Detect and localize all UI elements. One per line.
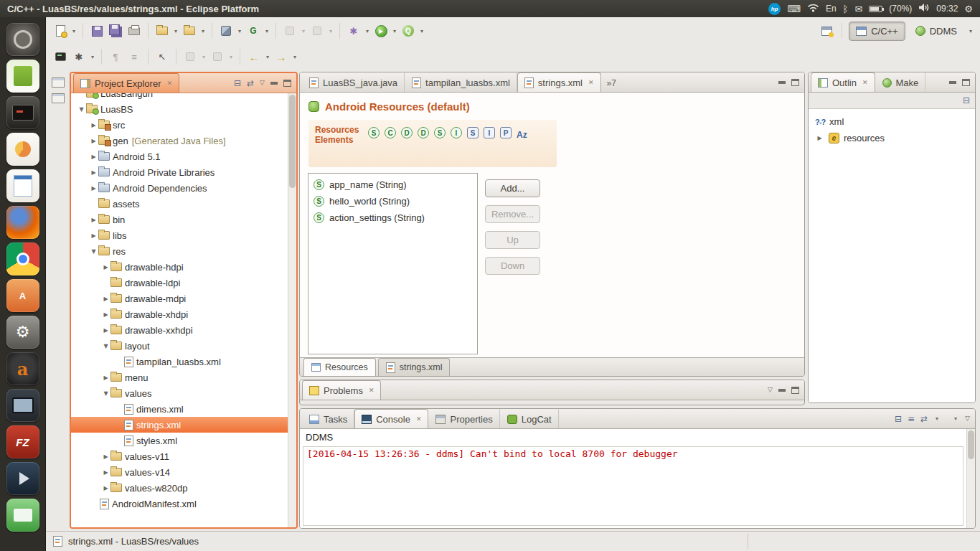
- scrollbar-thumb[interactable]: [968, 430, 974, 459]
- maximize-icon[interactable]: [791, 79, 799, 86]
- minimized-view-icon[interactable]: [52, 93, 65, 103]
- expand-arrow[interactable]: ▶: [89, 138, 98, 144]
- tree-item[interactable]: ▶gen[Generated Java Files]: [71, 133, 288, 149]
- tree-item[interactable]: ▶menu: [71, 369, 288, 385]
- add-button[interactable]: Add...: [485, 179, 540, 197]
- close-project-explorer-icon[interactable]: ✕: [166, 80, 172, 87]
- string-type-icon[interactable]: S: [368, 127, 380, 138]
- tree-item[interactable]: ▶Android Private Libraries: [71, 164, 288, 180]
- generate-button[interactable]: G: [245, 22, 262, 39]
- previous-annotation-dropdown[interactable]: ▾: [200, 54, 207, 60]
- tab-outline[interactable]: Outlin ✕: [811, 72, 875, 92]
- tree-item[interactable]: styles.xml: [71, 433, 288, 448]
- build-dropdown[interactable]: ▾: [236, 28, 243, 34]
- open-console-dropdown[interactable]: ▾: [952, 415, 959, 422]
- perspective-cpp-button[interactable]: C/C++: [849, 22, 905, 41]
- launcher-firefox[interactable]: [6, 206, 39, 239]
- tab-tampilan-luasbs[interactable]: tampilan_luasbs.xml: [405, 72, 517, 92]
- session-menu-icon[interactable]: ⚙: [964, 4, 973, 14]
- tree-item[interactable]: ▼res: [71, 243, 288, 259]
- show-whitespace-button[interactable]: ¶: [107, 48, 124, 65]
- list-item[interactable]: Shello_world (String): [308, 193, 477, 209]
- external-tools-dropdown[interactable]: ▾: [364, 28, 371, 34]
- tree-item[interactable]: dimens.xml: [71, 401, 288, 417]
- tree-item[interactable]: ▶src: [71, 117, 288, 133]
- save-button[interactable]: [88, 22, 105, 39]
- expand-arrow[interactable]: ▼: [101, 343, 110, 349]
- display-selected-console-icon[interactable]: ⇄: [920, 415, 928, 423]
- tab-resources-page[interactable]: Resources: [303, 358, 376, 376]
- expand-arrow[interactable]: ▶: [89, 217, 98, 223]
- expand-arrow[interactable]: ▶: [101, 453, 110, 460]
- launcher-chromium[interactable]: [6, 242, 39, 276]
- list-item[interactable]: Sapp_name (String): [308, 176, 477, 193]
- tree-item[interactable]: ▼LuasBS: [71, 101, 288, 117]
- run-button[interactable]: ▶: [372, 22, 390, 39]
- close-outline-icon[interactable]: ✕: [862, 79, 868, 86]
- expand-arrow[interactable]: ▶: [101, 375, 110, 381]
- console-scrollbar[interactable]: [966, 429, 975, 528]
- tab-logcat[interactable]: LogCat: [500, 409, 559, 428]
- new-c-project-dropdown[interactable]: ▾: [172, 28, 179, 34]
- tab-tasks[interactable]: Tasks: [302, 409, 354, 428]
- volume-icon[interactable]: [918, 3, 930, 14]
- remove-button[interactable]: Remove...: [485, 205, 540, 223]
- outline-item-resources[interactable]: ▶ e resources: [810, 130, 974, 146]
- tree-item[interactable]: ▶values-w820dp: [71, 480, 288, 496]
- tree-item[interactable]: ▶drawable-mdpi: [71, 291, 288, 306]
- tree-item[interactable]: ▶drawable-xxhdpi: [71, 322, 288, 338]
- debug-button[interactable]: [308, 22, 326, 39]
- mail-icon[interactable]: ✉: [854, 4, 862, 14]
- outline-item-xml-declaration[interactable]: ?-? xml: [810, 113, 974, 130]
- tree-item[interactable]: assets: [71, 196, 288, 212]
- profile-dropdown[interactable]: ▾: [300, 28, 307, 34]
- editor-tab-overflow[interactable]: »7: [607, 78, 616, 92]
- minimize-icon[interactable]: [949, 81, 956, 84]
- up-button[interactable]: Up: [485, 231, 540, 249]
- expand-arrow[interactable]: ▼: [101, 390, 110, 397]
- launcher-files[interactable]: [6, 499, 39, 532]
- cursor-mode-button[interactable]: ↖: [154, 48, 171, 65]
- expand-arrow[interactable]: ▶: [89, 185, 98, 192]
- tree-item[interactable]: ▼layout: [71, 338, 288, 354]
- tree-item[interactable]: LuasBangun: [71, 93, 288, 101]
- build-button[interactable]: [217, 22, 235, 39]
- tab-project-explorer[interactable]: Project Explorer ✕: [73, 73, 179, 93]
- minimize-icon[interactable]: [778, 389, 786, 392]
- link-with-editor-icon[interactable]: ⇄: [247, 79, 254, 88]
- collapse-all-icon[interactable]: ⊟: [234, 79, 241, 88]
- tab-strings-xml[interactable]: strings.xml✕: [517, 72, 601, 92]
- bluetooth-icon[interactable]: ᛒ: [843, 4, 849, 14]
- expand-arrow[interactable]: ▶: [101, 264, 110, 270]
- next-annotation-dropdown[interactable]: ▾: [227, 54, 235, 60]
- style-type-icon[interactable]: S: [434, 127, 446, 138]
- down-button[interactable]: Down: [485, 257, 540, 275]
- tree-item[interactable]: ▼values: [71, 385, 288, 401]
- print-button[interactable]: [126, 22, 143, 39]
- debug-dropdown[interactable]: ▾: [327, 28, 334, 34]
- display-console-dropdown[interactable]: ▾: [933, 415, 941, 422]
- tree-item[interactable]: ▶drawable-xhdpi: [71, 306, 288, 322]
- tree-item[interactable]: ▶drawable-hdpi: [71, 259, 288, 275]
- perspective-dropdown[interactable]: ▾: [967, 28, 974, 34]
- clear-console-icon[interactable]: ≡: [908, 415, 915, 423]
- expand-arrow[interactable]: ▶: [89, 122, 98, 128]
- keyboard-indicator-icon[interactable]: ⌨: [787, 4, 801, 14]
- color-type-icon[interactable]: C: [385, 127, 396, 138]
- close-problems-icon[interactable]: ✕: [369, 387, 374, 394]
- drawable-type-icon[interactable]: D: [418, 127, 429, 138]
- expand-arrow[interactable]: ▼: [89, 248, 98, 255]
- new-cpp-project-dropdown[interactable]: ▾: [199, 28, 207, 34]
- pencil-dropdown[interactable]: ▾: [89, 54, 96, 60]
- tree-item[interactable]: ▶Android 5.1: [71, 149, 288, 164]
- previous-annotation-button[interactable]: [182, 48, 199, 65]
- tree-scrollbar[interactable]: [288, 93, 296, 527]
- tab-make[interactable]: Make: [875, 72, 926, 92]
- launcher-filezilla[interactable]: FZ: [6, 425, 39, 458]
- launcher-dash[interactable]: [6, 23, 39, 56]
- expand-arrow[interactable]: ▶: [89, 169, 98, 176]
- new-wizard-dropdown[interactable]: ▾: [70, 28, 77, 34]
- expand-arrow[interactable]: ▶: [89, 154, 98, 160]
- expand-arrow[interactable]: ▼: [77, 106, 86, 113]
- maximize-icon[interactable]: [791, 387, 799, 394]
